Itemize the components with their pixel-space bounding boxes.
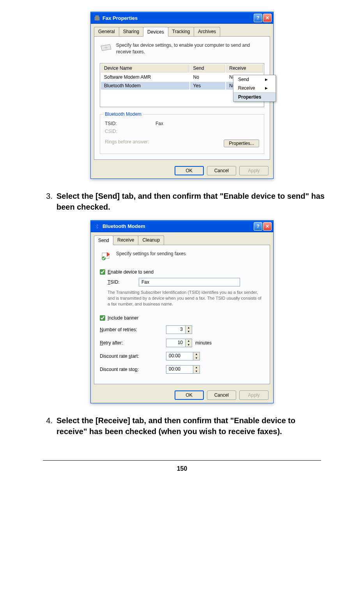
close-button[interactable]: ✕ <box>263 222 272 231</box>
chevron-up-icon: ▲ <box>193 352 200 356</box>
step-number: 3. <box>39 191 57 212</box>
groupbox-label: Bluetooth Modem <box>103 111 143 117</box>
tabs-row: General Sharing Devices Tracking Archive… <box>91 24 273 36</box>
apply-button[interactable]: Apply <box>239 390 269 400</box>
enable-send-label: Enable device to send <box>108 269 154 275</box>
col-receive[interactable]: Receive <box>226 64 263 72</box>
menu-properties[interactable]: Properties <box>233 92 276 101</box>
chevron-up-icon: ▲ <box>193 366 200 369</box>
ok-button[interactable]: OK <box>175 390 204 400</box>
step-3: 3. Select the [Send] tab, and then confi… <box>39 191 325 212</box>
discount-start-value[interactable]: 00:00 <box>166 352 193 360</box>
col-send[interactable]: Send <box>190 64 226 72</box>
retry-unit: minutes <box>195 340 212 346</box>
menu-send[interactable]: Send ▶ <box>233 75 276 84</box>
bluetooth-modem-groupbox: Bluetooth Modem TSID: Fax CSID: Rings be… <box>100 114 264 154</box>
tab-devices[interactable]: Devices <box>143 27 168 37</box>
tsid-label: TSID: <box>108 279 139 285</box>
include-banner-label: Include banner <box>108 315 138 321</box>
fax-large-icon <box>100 42 112 53</box>
cancel-button[interactable]: Cancel <box>207 390 236 400</box>
retry-after-value[interactable]: 10 <box>166 339 186 347</box>
tab-cleanup[interactable]: Cleanup <box>138 235 164 245</box>
chevron-right-icon: ▶ <box>265 78 268 81</box>
chevron-up-icon: ▲ <box>186 339 192 343</box>
tab-send[interactable]: Send <box>94 235 113 245</box>
chevron-down-icon: ▼ <box>186 343 192 347</box>
apply-button[interactable]: Apply <box>239 166 269 175</box>
discount-stop-spinner[interactable]: ▲▼ <box>193 365 200 374</box>
help-button[interactable]: ? <box>254 222 262 231</box>
retry-after-spinner[interactable]: ▲▼ <box>186 339 192 347</box>
rings-label: Rings before answer: <box>105 139 155 145</box>
discount-stop-label: Discount rate stop: <box>100 367 166 372</box>
titlebar[interactable]: Bluetooth Modem ? ✕ <box>91 221 273 232</box>
chevron-right-icon: ▶ <box>265 86 268 90</box>
svg-point-0 <box>104 47 108 48</box>
retry-after-label: Retry after: <box>100 340 166 346</box>
bluetooth-icon <box>94 223 100 230</box>
discount-start-spinner[interactable]: ▲▼ <box>193 352 200 360</box>
retries-spinner[interactable]: ▲▼ <box>186 325 192 334</box>
cancel-button[interactable]: Cancel <box>207 166 236 175</box>
chevron-up-icon: ▲ <box>186 326 192 330</box>
enable-send-checkbox[interactable] <box>100 269 105 275</box>
step-text: Select the [Send] tab, and then confirm … <box>57 191 325 212</box>
help-button[interactable]: ? <box>254 14 262 22</box>
discount-start-label: Discount rate start: <box>100 353 166 359</box>
chevron-down-icon: ▼ <box>186 330 192 334</box>
page-number: 150 <box>43 460 321 472</box>
tab-sharing[interactable]: Sharing <box>119 27 143 36</box>
tsid-description: The Transmitting Subscriber Identificati… <box>108 290 264 307</box>
csid-label: CSID: <box>105 129 155 134</box>
discount-stop-value[interactable]: 00:00 <box>166 365 193 374</box>
ok-button[interactable]: OK <box>175 166 204 175</box>
tab-general[interactable]: General <box>94 27 119 36</box>
info-text: Specify fax device settings, to enable y… <box>116 42 264 55</box>
tab-receive[interactable]: Receive <box>113 235 138 245</box>
tabs-row: Send Receive Cleanup <box>91 232 273 245</box>
include-banner-checkbox[interactable] <box>100 315 105 321</box>
properties-button[interactable]: Properties... <box>224 140 259 147</box>
send-icon <box>100 251 112 261</box>
fax-properties-dialog: Fax Properties ? ✕ General Sharing Devic… <box>90 12 274 179</box>
tab-archives[interactable]: Archives <box>194 27 220 36</box>
chevron-down-icon: ▼ <box>193 369 200 373</box>
chevron-down-icon: ▼ <box>193 356 200 360</box>
fax-icon <box>94 15 100 21</box>
titlebar[interactable]: Fax Properties ? ✕ <box>91 12 273 24</box>
dialog-title: Bluetooth Modem <box>102 223 254 229</box>
menu-receive[interactable]: Receive ▶ <box>233 84 276 92</box>
retries-label: Number of retries: <box>100 327 166 332</box>
bluetooth-modem-dialog: Bluetooth Modem ? ✕ Send Receive Cleanup… <box>90 220 274 403</box>
dialog-title: Fax Properties <box>102 15 254 21</box>
tsid-label: TSID: <box>105 121 155 126</box>
info-text: Specify settings for sending faxes <box>116 251 186 257</box>
retries-value[interactable]: 3 <box>166 325 186 334</box>
tsid-input[interactable] <box>139 278 240 286</box>
col-device-name[interactable]: Device Name <box>101 64 189 72</box>
step-number: 4. <box>39 415 57 437</box>
tab-tracking[interactable]: Tracking <box>168 27 194 36</box>
step-4: 4. Select the [Receive] tab, and then co… <box>39 415 325 437</box>
step-text: Select the [Receive] tab, and then confi… <box>57 415 325 437</box>
tsid-value: Fax <box>155 121 163 126</box>
context-menu: Send ▶ Receive ▶ Properties <box>233 75 276 102</box>
close-button[interactable]: ✕ <box>263 14 272 22</box>
